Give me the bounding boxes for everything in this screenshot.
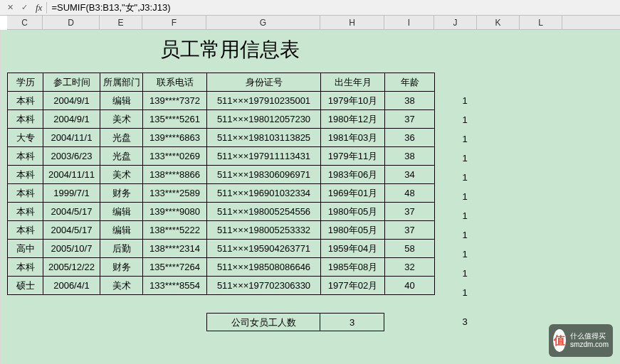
cell[interactable]: 编辑 <box>100 221 143 240</box>
cell[interactable]: 编辑 <box>100 203 143 221</box>
cell[interactable]: 37 <box>385 221 435 240</box>
cell[interactable]: 135****7264 <box>143 258 207 277</box>
cell[interactable]: 2004/5/17 <box>43 203 100 221</box>
cell[interactable]: 1981年03月 <box>321 129 385 147</box>
cell[interactable]: 本科 <box>8 110 43 129</box>
cell[interactable]: 本科 <box>8 166 43 184</box>
column-header-L[interactable]: L <box>520 16 562 29</box>
column-header-H[interactable]: H <box>320 16 384 29</box>
helper-cell[interactable]: 1 <box>443 134 486 144</box>
cell[interactable]: 本科 <box>8 258 43 277</box>
cell[interactable]: 1985年08月 <box>321 258 385 277</box>
cell[interactable]: 139****6863 <box>143 129 207 147</box>
helper-cell[interactable]: 1 <box>443 172 486 183</box>
formula-confirm-icon[interactable]: ✓ <box>17 1 31 14</box>
column-header-C[interactable]: C <box>7 16 43 29</box>
cell[interactable]: 511×××198306096971 <box>207 166 321 184</box>
cell[interactable]: 1983年06月 <box>321 166 385 184</box>
column-header-I[interactable]: I <box>384 16 434 29</box>
cell[interactable]: 58 <box>385 240 435 258</box>
cell[interactable]: 本科 <box>8 184 43 203</box>
cell[interactable]: 511×××198005254556 <box>207 203 321 221</box>
cell[interactable]: 美术 <box>100 166 143 184</box>
cell[interactable]: 511×××198103113825 <box>207 129 321 147</box>
cell[interactable]: 2004/9/1 <box>43 92 100 110</box>
cell[interactable]: 1999/7/1 <box>43 184 100 203</box>
cell[interactable]: 32 <box>385 258 435 277</box>
cell[interactable]: 511×××196901032334 <box>207 184 321 203</box>
column-header-K[interactable]: K <box>477 16 520 29</box>
cell[interactable]: 135****5261 <box>143 110 207 129</box>
cell[interactable]: 2004/9/1 <box>43 110 100 129</box>
cell[interactable]: 139****9080 <box>143 203 207 221</box>
cell[interactable]: 40 <box>385 277 435 295</box>
cell[interactable]: 48 <box>385 184 435 203</box>
column-header-F[interactable]: F <box>142 16 206 29</box>
cell[interactable]: 139****7372 <box>143 92 207 110</box>
cell[interactable]: 1980年05月 <box>321 203 385 221</box>
cell[interactable]: 511×××198012057230 <box>207 110 321 129</box>
cell[interactable]: 本科 <box>8 92 43 110</box>
cell[interactable]: 2004/11/1 <box>43 129 100 147</box>
cell[interactable]: 138****2314 <box>143 240 207 258</box>
column-header-G[interactable]: G <box>206 16 320 29</box>
cell[interactable]: 38 <box>385 92 435 110</box>
helper-cell[interactable]: 1 <box>443 268 486 279</box>
helper-cell[interactable]: 1 <box>443 210 486 221</box>
cell[interactable]: 138****5222 <box>143 221 207 240</box>
cell[interactable]: 1959年04月 <box>321 240 385 258</box>
cell[interactable]: 硕士 <box>8 277 43 295</box>
cell[interactable]: 34 <box>385 166 435 184</box>
helper-cell[interactable]: 1 <box>443 287 486 298</box>
cell[interactable]: 37 <box>385 203 435 221</box>
cell[interactable]: 编辑 <box>100 92 143 110</box>
column-header-J[interactable]: J <box>434 16 477 29</box>
cell[interactable]: 1980年05月 <box>321 221 385 240</box>
cell[interactable]: 财务 <box>100 184 143 203</box>
cell[interactable]: 光盘 <box>100 129 143 147</box>
fx-icon[interactable]: fx <box>31 2 47 14</box>
cell[interactable]: 2005/12/22 <box>43 258 100 277</box>
cell[interactable]: 本科 <box>8 147 43 166</box>
cell[interactable]: 本科 <box>8 203 43 221</box>
cell[interactable]: 本科 <box>8 221 43 240</box>
helper-cell[interactable]: 1 <box>443 114 486 125</box>
cell[interactable]: 133****0269 <box>143 147 207 166</box>
cell[interactable]: 后勤 <box>100 240 143 258</box>
cell[interactable]: 2004/11/11 <box>43 166 100 184</box>
cell[interactable]: 1977年02月 <box>321 277 385 295</box>
cell[interactable]: 2003/6/23 <box>43 147 100 166</box>
helper-cell[interactable]: 1 <box>443 191 486 202</box>
helper-cell[interactable]: 1 <box>443 95 486 106</box>
cell[interactable]: 高中 <box>8 240 43 258</box>
cell[interactable]: 133****8554 <box>143 277 207 295</box>
cell[interactable]: 37 <box>385 110 435 129</box>
cell[interactable]: 511×××198508086646 <box>207 258 321 277</box>
formula-input[interactable] <box>51 2 617 13</box>
cell[interactable]: 511×××197910235001 <box>207 92 321 110</box>
cell[interactable]: 1979年10月 <box>321 92 385 110</box>
cell[interactable]: 511×××197702306330 <box>207 277 321 295</box>
cell[interactable]: 美术 <box>100 110 143 129</box>
cell[interactable]: 光盘 <box>100 147 143 166</box>
cell[interactable]: 1979年11月 <box>321 147 385 166</box>
cell[interactable]: 2006/4/1 <box>43 277 100 295</box>
column-header-E[interactable]: E <box>100 16 142 29</box>
cell[interactable]: 财务 <box>100 258 143 277</box>
cell[interactable]: 511×××195904263771 <box>207 240 321 258</box>
cell[interactable]: 38 <box>385 147 435 166</box>
formula-cancel-icon[interactable]: ✕ <box>3 1 17 14</box>
cell[interactable]: 511×××198005253332 <box>207 221 321 240</box>
cell[interactable]: 36 <box>385 129 435 147</box>
cell[interactable]: 2005/10/7 <box>43 240 100 258</box>
cell[interactable]: 138****8866 <box>143 166 207 184</box>
cell[interactable]: 1980年12月 <box>321 110 385 129</box>
helper-cell[interactable]: 1 <box>443 249 486 259</box>
cell[interactable]: 大专 <box>8 129 43 147</box>
helper-cell[interactable]: 1 <box>443 153 486 164</box>
cell[interactable]: 133****2589 <box>143 184 207 203</box>
cell[interactable]: 美术 <box>100 277 143 295</box>
helper-cell[interactable]: 1 <box>443 230 486 240</box>
grid-body[interactable]: 员工常用信息表 学历参工时间所属部门联系电话身份证号出生年月年龄 本科2004/… <box>0 30 620 364</box>
cell[interactable]: 2004/5/17 <box>43 221 100 240</box>
